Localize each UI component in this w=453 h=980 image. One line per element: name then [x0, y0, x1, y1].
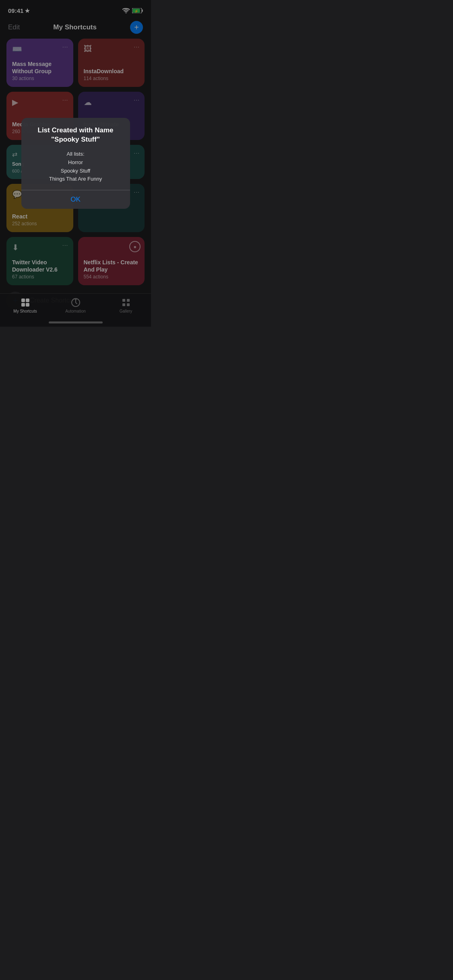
modal-overlay: List Created with Name"Spooky Stuff" All… [0, 0, 151, 327]
modal-content: List Created with Name"Spooky Stuff" All… [21, 118, 130, 190]
list-item-horror: Horror [68, 159, 83, 165]
modal-title: List Created with Name"Spooky Stuff" [29, 126, 122, 144]
modal-ok-button[interactable]: OK [21, 190, 130, 209]
all-lists-label: All lists: [66, 151, 84, 157]
modal-body: All lists: Horror Spooky Stuff Things Th… [29, 150, 122, 183]
modal-dialog: List Created with Name"Spooky Stuff" All… [21, 118, 130, 209]
list-item-spooky: Spooky Stuff [61, 168, 90, 174]
list-item-funny: Things That Are Funny [49, 176, 102, 182]
